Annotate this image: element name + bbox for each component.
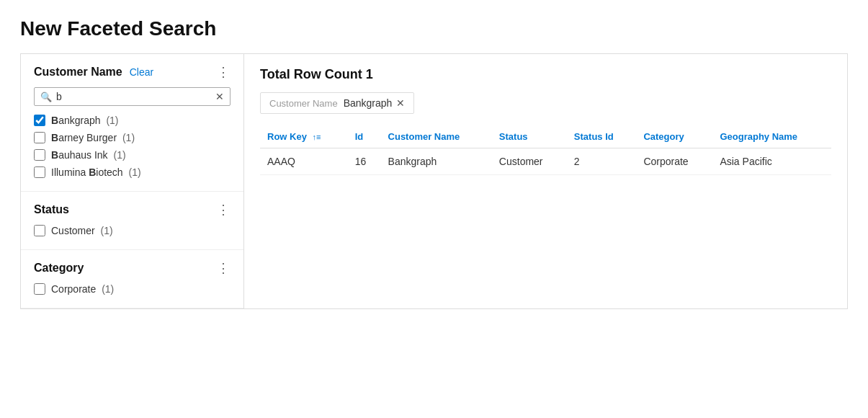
bankgraph-checkbox[interactable]: [34, 115, 45, 126]
filter-tag-bankgraph: Bankgraph ✕: [344, 97, 406, 109]
facet-customer-name: Customer Name Clear ⋮ 🔍 ✕ Bankgraph (1): [21, 54, 243, 192]
left-panel: Customer Name Clear ⋮ 🔍 ✕ Bankgraph (1): [21, 54, 244, 308]
facet-category: Category ⋮ Corporate (1): [21, 250, 243, 308]
list-item[interactable]: Barney Burger (1): [34, 132, 231, 143]
cell-category: Corporate: [636, 148, 712, 175]
customer-name-search-input[interactable]: [56, 91, 215, 102]
col-header-geography-name[interactable]: Geography Name: [712, 125, 831, 148]
bauhaus-ink-checkbox[interactable]: [34, 149, 45, 161]
search-icon: 🔍: [40, 92, 52, 102]
customer-name-search-box: 🔍 ✕: [34, 87, 231, 106]
col-header-category[interactable]: Category: [636, 125, 712, 148]
list-item[interactable]: Bauhaus Ink (1): [34, 149, 231, 161]
category-more-options-icon[interactable]: ⋮: [217, 260, 231, 276]
page-title: New Faceted Search: [20, 17, 848, 40]
corporate-checkbox[interactable]: [34, 283, 45, 295]
clear-customer-name-button[interactable]: Clear: [130, 66, 153, 78]
col-header-status[interactable]: Status: [492, 125, 567, 148]
results-table: Row Key ↑≡ Id Customer Name Status Statu…: [260, 125, 831, 175]
barney-burger-checkbox[interactable]: [34, 132, 45, 143]
customer-name-facet-items: Bankgraph (1) Barney Burger (1) Bauhaus …: [34, 115, 231, 178]
remove-filter-button[interactable]: ✕: [396, 98, 405, 108]
customer-status-checkbox[interactable]: [34, 225, 45, 236]
col-header-status-id[interactable]: Status Id: [567, 125, 637, 148]
cell-status-id: 2: [567, 148, 637, 175]
col-header-id[interactable]: Id: [348, 125, 381, 148]
col-header-customer-name[interactable]: Customer Name: [381, 125, 492, 148]
facet-customer-name-title: Customer Name: [34, 66, 122, 79]
facet-status-title: Status: [34, 203, 69, 216]
table-row: AAAQ 16 Bankgraph Customer 2 Corporate A…: [260, 148, 831, 175]
clear-search-button[interactable]: ✕: [215, 91, 224, 102]
status-more-options-icon[interactable]: ⋮: [217, 202, 231, 218]
cell-geography-name: Asia Pacific: [712, 148, 831, 175]
facet-category-title: Category: [34, 262, 84, 275]
cell-customer-name: Bankgraph: [381, 148, 492, 175]
list-item[interactable]: Corporate (1): [34, 283, 231, 295]
active-filters: Customer Name Bankgraph ✕: [260, 92, 414, 114]
right-panel: Total Row Count 1 Customer Name Bankgrap…: [244, 54, 847, 308]
filter-value: Bankgraph: [344, 97, 393, 109]
filter-label: Customer Name: [269, 98, 338, 109]
illumina-biotech-checkbox[interactable]: [34, 166, 45, 178]
more-options-icon[interactable]: ⋮: [217, 64, 231, 80]
cell-id: 16: [348, 148, 381, 175]
list-item[interactable]: Customer (1): [34, 225, 231, 236]
cell-row-key: AAAQ: [260, 148, 348, 175]
cell-status: Customer: [492, 148, 567, 175]
list-item[interactable]: Illumina Biotech (1): [34, 166, 231, 178]
category-facet-items: Corporate (1): [34, 283, 231, 295]
status-facet-items: Customer (1): [34, 225, 231, 236]
sort-icon: ↑≡: [313, 133, 321, 141]
total-row-count: Total Row Count 1: [260, 67, 831, 82]
list-item[interactable]: Bankgraph (1): [34, 115, 231, 126]
col-header-row-key[interactable]: Row Key ↑≡: [260, 125, 348, 148]
facet-status: Status ⋮ Customer (1): [21, 192, 243, 250]
